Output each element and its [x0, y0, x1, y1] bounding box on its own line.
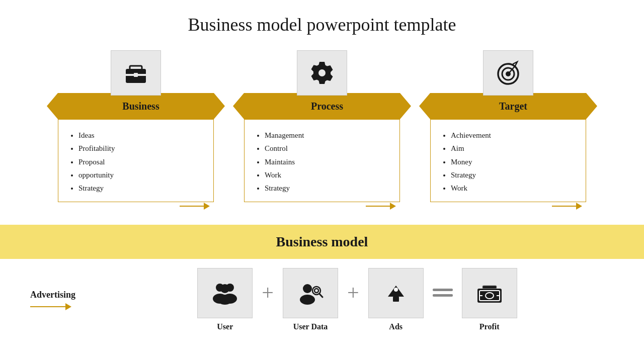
- ads-icon-box: [368, 268, 424, 318]
- user-label: User: [217, 322, 233, 331]
- bm-banner-text: Business model: [276, 234, 368, 249]
- list-item: Management: [265, 129, 389, 142]
- user-data-icon-box: [283, 268, 338, 318]
- svg-rect-26: [482, 286, 497, 289]
- target-arrow-wrap: [430, 202, 586, 211]
- formula-user-data: User Data: [283, 268, 338, 331]
- list-item: Strategy: [265, 182, 389, 195]
- list-item: Work: [451, 182, 576, 195]
- list-item: opportunity: [78, 168, 203, 182]
- profit-label: Profit: [479, 322, 500, 331]
- target-list: Achievement Aim Money Strategy Work: [441, 129, 576, 195]
- process-banner: Process: [244, 93, 400, 119]
- svg-line-18: [319, 294, 323, 297]
- advertising-label: Advertising: [30, 290, 101, 310]
- svg-point-15: [300, 295, 315, 305]
- list-item: Strategy: [451, 168, 576, 182]
- list-item: Control: [265, 142, 389, 155]
- list-item: Aim: [451, 142, 576, 155]
- process-bottom-arrow: [366, 202, 396, 211]
- list-item: Money: [451, 155, 576, 168]
- plus-operator-1: +: [262, 281, 274, 305]
- formula-ads: Ads: [368, 268, 424, 331]
- target-column: Target Achievement Aim Money Strategy Wo…: [430, 50, 586, 211]
- formula-user: User: [197, 268, 253, 331]
- business-banner-text: Business: [68, 101, 214, 112]
- target-banner-text: Target: [440, 101, 586, 112]
- list-item: Proposal: [78, 155, 203, 168]
- bottom-section: Advertising User +: [0, 259, 644, 331]
- list-item: Achievement: [451, 129, 576, 142]
- business-content: Ideas Profitability Proposal opportunity…: [58, 119, 214, 202]
- process-column: Process Management Control Maintains Wor…: [244, 50, 400, 211]
- ads-label: Ads: [389, 322, 403, 331]
- list-item: Profitability: [78, 142, 203, 155]
- formula-items: User + User Data +: [101, 268, 614, 331]
- svg-point-4: [318, 69, 326, 76]
- business-list: Ideas Profitability Proposal opportunity…: [68, 129, 203, 195]
- process-list: Management Control Maintains Work Strate…: [255, 129, 389, 195]
- business-banner: Business: [58, 93, 214, 119]
- process-arrow-wrap: [244, 202, 400, 211]
- plus-operator-2: +: [347, 281, 359, 305]
- business-arrow-wrap: [58, 202, 214, 211]
- profit-icon-box: [462, 268, 517, 318]
- svg-rect-19: [393, 297, 399, 302]
- page-title: Business model powerpoint template: [0, 0, 644, 45]
- business-column: Business Ideas Profitability Proposal op…: [58, 50, 214, 211]
- formula-profit: Profit: [462, 268, 517, 331]
- process-banner-text: Process: [254, 101, 400, 112]
- user-icon-box: [197, 268, 253, 318]
- list-item: Work: [265, 168, 389, 182]
- svg-rect-3: [134, 73, 138, 77]
- target-content: Achievement Aim Money Strategy Work: [430, 119, 586, 202]
- svg-point-14: [303, 284, 312, 293]
- user-data-label: User Data: [293, 322, 328, 331]
- business-bottom-arrow: [180, 202, 210, 211]
- svg-point-20: [394, 288, 398, 292]
- top-section: Business Ideas Profitability Proposal op…: [0, 50, 644, 211]
- svg-rect-1: [130, 66, 142, 71]
- list-item: Maintains: [265, 155, 389, 168]
- target-bottom-arrow: [552, 202, 582, 211]
- advertising-arrow: [30, 303, 71, 310]
- list-item: Strategy: [78, 182, 203, 195]
- svg-point-16: [314, 289, 318, 293]
- equals-operator: [433, 289, 453, 297]
- business-icon-box: [111, 50, 161, 96]
- list-item: Ideas: [78, 129, 203, 142]
- svg-point-13: [217, 295, 232, 305]
- process-icon-box: [297, 50, 347, 96]
- svg-point-10: [220, 284, 229, 293]
- target-banner: Target: [430, 93, 586, 119]
- target-icon-box: [483, 50, 533, 96]
- bm-banner: Business model: [0, 225, 644, 259]
- process-content: Management Control Maintains Work Strate…: [244, 119, 400, 202]
- advertising-text: Advertising: [30, 290, 75, 300]
